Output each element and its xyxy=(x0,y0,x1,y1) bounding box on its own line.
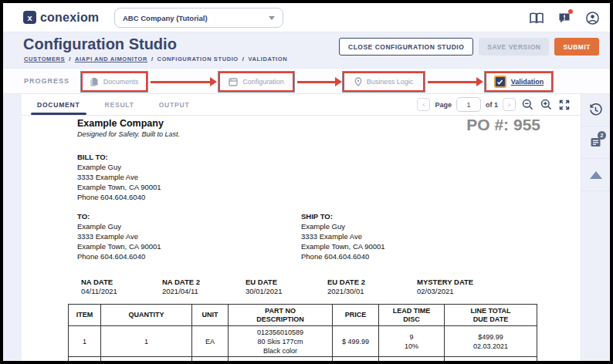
date-value: 30/01/2021 xyxy=(246,287,283,295)
ship-to-block: SHIP TO: Example Guy 3333 Example Ave Ex… xyxy=(301,211,385,261)
save-version-button[interactable]: SAVE VERSION xyxy=(479,38,549,56)
next-page-button[interactable]: › xyxy=(503,98,516,111)
viewer-tabs: DOCUMENT RESULT OUTPUT ‹ Page of 1 › xyxy=(22,94,581,116)
date-field: EU DATE 30/01/2021 xyxy=(246,278,283,295)
col-lead-time-disc: LEAD TIMEDISC xyxy=(379,305,445,326)
company-selector-dropdown[interactable]: ABC Company (Tutorial) xyxy=(114,8,283,28)
doc-po-number: PO #: 955 xyxy=(466,116,540,134)
to-heading: TO: xyxy=(77,211,161,221)
company-selector-value: ABC Company (Tutorial) xyxy=(123,14,269,22)
bill-to-line: 3333 Example Ave xyxy=(77,172,161,182)
progress-step-validation[interactable]: Validation xyxy=(511,78,544,86)
document-viewer-panel: DOCUMENT RESULT OUTPUT ‹ Page of 1 › xyxy=(22,94,581,361)
annotation-arrow xyxy=(428,81,477,83)
logo-icon: x xyxy=(23,11,36,24)
col-item: ITEM xyxy=(69,305,101,326)
cell-item: 1 xyxy=(69,326,101,357)
breadcrumb-separator: / xyxy=(151,56,154,62)
page-title: Configuration Studio xyxy=(23,35,177,53)
breadcrumb-configuration-studio: CONFIGURATION STUDIO xyxy=(157,56,239,62)
annotation-arrow xyxy=(297,81,336,83)
date-field: MYSTERY DATE 02/03/2021 xyxy=(417,278,473,295)
progress-step-business-logic[interactable]: Business Logic xyxy=(367,78,414,86)
ship-to-line: 3333 Example Ave xyxy=(301,231,385,241)
to-line: 3333 Example Ave xyxy=(77,231,161,241)
breadcrumb-aiapi-and-aimonitor[interactable]: AIAPI AND AIMONITOR xyxy=(75,56,147,62)
ship-to-heading: SHIP TO: xyxy=(301,211,385,221)
tab-result[interactable]: RESULT xyxy=(96,94,144,115)
col-price: PRICE xyxy=(333,305,379,326)
main-area: DOCUMENT RESULT OUTPUT ‹ Page of 1 › xyxy=(3,94,610,361)
breadcrumb-customers[interactable]: CUSTOMERS xyxy=(24,56,65,62)
top-bar: x conexiom ABC Company (Tutorial) xyxy=(3,3,610,32)
right-sidebar: 2 xyxy=(581,94,610,361)
bill-to-line: Example Guy xyxy=(77,162,161,172)
chevron-down-icon xyxy=(269,16,275,20)
previous-page-button[interactable]: ‹ xyxy=(417,98,430,111)
ship-to-line: Example Town, CA 90001 xyxy=(301,241,385,251)
submit-button[interactable]: SUBMIT xyxy=(554,38,599,56)
fullscreen-icon[interactable] xyxy=(557,98,571,112)
page-count-label: of 1 xyxy=(486,101,498,109)
ship-to-line: Example Guy xyxy=(301,221,385,231)
col-line-total-due-date: LINE TOTALDUE DATE xyxy=(445,305,537,326)
annotation-box-validation: Validation xyxy=(485,72,553,92)
col-quantity: QUANTITY xyxy=(101,305,192,326)
date-value: 02/03/2021 xyxy=(417,287,473,295)
annotation-box-business-logic: Business Logic xyxy=(343,72,425,92)
to-line: Phone 604.604.6040 xyxy=(77,251,161,261)
annotation-arrow xyxy=(151,81,211,83)
validation-icon xyxy=(494,76,506,88)
bill-to-line: Example Town, CA 90001 xyxy=(77,182,161,192)
close-configuration-studio-button[interactable]: CLOSE CONFIGURATION STUDIO xyxy=(339,38,473,56)
date-label: EU DATE 2 xyxy=(327,278,365,286)
bill-to-heading: BILL TO: xyxy=(77,152,161,162)
to-block: TO: Example Guy 3333 Example Ave Example… xyxy=(77,211,161,261)
date-field: EU DATE 2 2021/30/01 xyxy=(327,278,365,295)
cell-quantity: 1 xyxy=(101,326,192,357)
page-number-input[interactable] xyxy=(456,97,481,112)
cell-lead-time-disc: 910% xyxy=(379,326,445,357)
date-fields-row: NA DATE 04/11/2021 NA DATE 2 2021/04/11 … xyxy=(22,278,581,301)
date-label: MYSTERY DATE xyxy=(417,278,473,286)
date-label: EU DATE xyxy=(246,278,283,286)
doc-tagline: Designed for Safety. Built to Last. xyxy=(77,130,180,138)
cell-part-no-description: 01235601058980 Skis 177cmBlack color xyxy=(229,326,333,357)
col-unit: UNIT xyxy=(192,305,229,326)
title-section: Configuration Studio CUSTOMERS / AIAPI A… xyxy=(3,32,610,68)
breadcrumb-separator: / xyxy=(69,56,71,62)
progress-step-configuration[interactable]: Configuration xyxy=(242,78,284,86)
notes-icon[interactable]: 2 xyxy=(581,126,610,159)
cell-price: $ 499.99 xyxy=(333,326,379,357)
date-value: 2021/30/01 xyxy=(327,287,365,295)
notes-badge: 2 xyxy=(598,131,606,140)
upload-icon[interactable] xyxy=(581,159,610,191)
date-label: NA DATE xyxy=(81,278,117,286)
date-field: NA DATE 2 2021/04/11 xyxy=(162,278,200,295)
tab-output[interactable]: OUTPUT xyxy=(150,94,199,115)
feedback-icon[interactable] xyxy=(556,9,573,26)
zoom-out-icon[interactable] xyxy=(520,98,534,112)
cell-line-total-due-date: $499.9902.03.2021 xyxy=(445,326,537,357)
date-label: NA DATE 2 xyxy=(162,278,200,286)
date-field: NA DATE 04/11/2021 xyxy=(81,278,117,295)
to-line: Example Guy xyxy=(77,221,161,231)
app-window: x conexiom ABC Company (Tutorial) Config… xyxy=(3,3,610,361)
map-pin-icon xyxy=(354,77,362,86)
doc-company-name: Example Company xyxy=(77,118,164,129)
user-icon[interactable] xyxy=(584,9,601,26)
zoom-in-icon[interactable] xyxy=(539,98,553,112)
table-row-clipped xyxy=(69,357,537,362)
notification-dot xyxy=(568,9,573,14)
ship-to-line: Phone 604.604.6040 xyxy=(301,251,385,261)
col-part-no-description: PART NODESCRIPTION xyxy=(229,305,333,326)
table-row: 1 1 EA 01235601058980 Skis 177cmBlack co… xyxy=(69,326,537,357)
configuration-icon xyxy=(229,78,238,86)
history-icon[interactable] xyxy=(581,94,610,126)
progress-step-documents[interactable]: Documents xyxy=(103,78,139,86)
to-line: Example Town, CA 90001 xyxy=(77,241,161,251)
book-icon[interactable] xyxy=(528,9,545,26)
date-value: 04/11/2021 xyxy=(81,287,117,295)
breadcrumb: CUSTOMERS / AIAPI AND AIMONITOR / CONFIG… xyxy=(24,56,287,62)
tab-document[interactable]: DOCUMENT xyxy=(28,94,90,115)
